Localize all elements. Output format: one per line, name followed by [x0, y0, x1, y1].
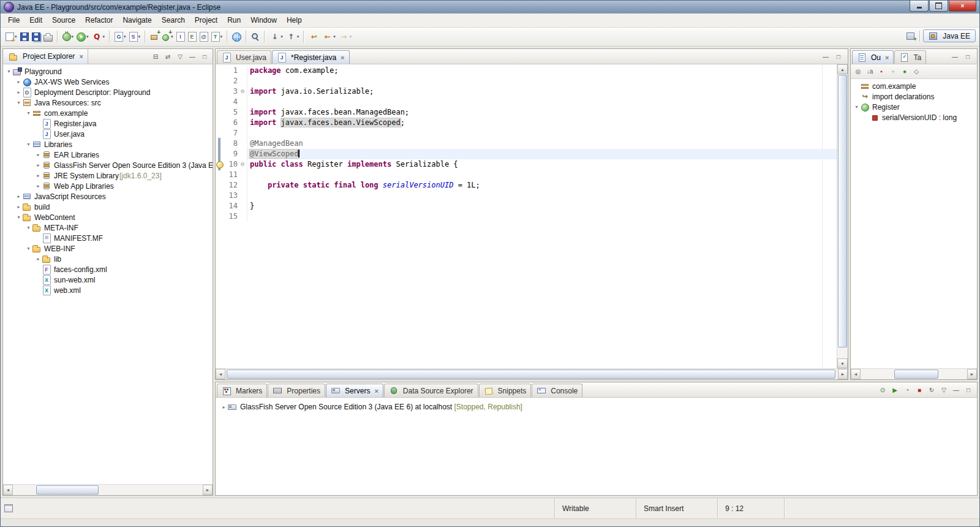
code-text[interactable]: private static final long serialVersionU…: [247, 180, 837, 191]
scrollbar-track[interactable]: [225, 370, 838, 379]
project-tree-deployment-descriptor-playground[interactable]: ▸Deployment Descriptor: Playground: [3, 87, 213, 97]
project-tree-web-xml[interactable]: web.xml: [3, 285, 213, 295]
outline-tab-ta[interactable]: Ta: [894, 50, 926, 64]
outline-tab-ou[interactable]: Ou×: [852, 50, 894, 64]
scrollbar-track[interactable]: [13, 485, 203, 495]
scroll-down-button[interactable]: ▼: [837, 358, 848, 368]
maximize-editor-button[interactable]: □: [833, 51, 844, 62]
title-bar[interactable]: Java EE - Playground/src/com/example/Reg…: [1, 1, 979, 13]
menu-source[interactable]: Source: [47, 14, 80, 26]
menu-run[interactable]: Run: [222, 14, 246, 26]
maximize-view-button[interactable]: □: [963, 385, 974, 395]
print-button[interactable]: [42, 31, 54, 43]
focus-button[interactable]: ◎: [853, 66, 864, 77]
project-tree-glassfish-server-open-source-edition-3-java-ee-6[interactable]: ▸GlassFish Server Open Source Edition 3 …: [3, 160, 213, 170]
code-text[interactable]: package com.example;: [247, 66, 837, 76]
hide-non-public-members-button[interactable]: ●: [899, 66, 910, 77]
project-tree-playground[interactable]: ▾Playground: [3, 66, 213, 77]
link-with-editor-button[interactable]: ⇄: [162, 51, 173, 62]
code-text[interactable]: }: [247, 201, 837, 211]
expand-arrow-icon[interactable]: ▸: [221, 404, 227, 410]
project-tree-jax-ws-web-services[interactable]: ▸JAX-WS Web Services: [3, 77, 213, 87]
scrollbar-thumb[interactable]: [36, 485, 99, 495]
scroll-up-button[interactable]: ▲: [837, 64, 848, 74]
expand-arrow-icon[interactable]: ▸: [35, 173, 42, 178]
close-tab-icon[interactable]: ×: [885, 54, 889, 61]
new-interface-button[interactable]: I: [175, 31, 186, 43]
bottom-tab-snippets[interactable]: Snippets: [479, 384, 532, 397]
debug-server-button[interactable]: ⊙: [877, 385, 888, 395]
fold-toggle-icon[interactable]: ⊖: [238, 86, 247, 97]
project-tree-register-java[interactable]: Register.java: [3, 118, 213, 129]
expand-arrow-icon[interactable]: ▸: [15, 79, 22, 85]
code-text[interactable]: @ManagedBean: [247, 138, 837, 149]
view-menu-button[interactable]: ▽: [175, 51, 186, 62]
run-button[interactable]: ▾: [75, 31, 90, 43]
expand-arrow-icon[interactable]: ▸: [15, 89, 22, 95]
project-tree-ear-libraries[interactable]: ▸EAR Libraries: [3, 150, 213, 160]
menu-search[interactable]: Search: [157, 14, 190, 26]
project-tree-lib[interactable]: ▸lib: [3, 254, 213, 264]
project-tree-web-app-libraries[interactable]: ▸Web App Libraries: [3, 181, 213, 191]
new-annotation-button[interactable]: @: [198, 31, 209, 43]
external-tools-button[interactable]: Q▾: [91, 31, 107, 43]
back-button[interactable]: ←▾: [321, 31, 337, 43]
collapse-all-button[interactable]: ⊟: [150, 51, 161, 62]
code-text[interactable]: [247, 97, 837, 107]
expand-arrow-icon[interactable]: ▸: [35, 256, 42, 262]
collapse-arrow-icon[interactable]: ▾: [853, 104, 860, 110]
scrollbar-track[interactable]: [838, 74, 847, 358]
collapse-arrow-icon[interactable]: ▾: [15, 214, 22, 220]
code-editor[interactable]: 1package com.example;23⊖import java.io.S…: [216, 64, 837, 368]
project-tree-jre-system-library[interactable]: ▸JRE System Library [jdk1.6.0_23]: [3, 170, 213, 181]
save-button[interactable]: [19, 31, 30, 42]
project-tree-web-inf[interactable]: ▾WEB-INF: [3, 243, 213, 254]
minimize-view-button[interactable]: —: [951, 385, 962, 395]
debug-button[interactable]: ▾: [61, 31, 75, 42]
project-explorer-tab[interactable]: Project Explorer ×: [4, 49, 88, 64]
code-text[interactable]: import java.io.Serializable;: [247, 86, 837, 97]
open-web-browser-button[interactable]: [231, 31, 243, 43]
close-view-icon[interactable]: ×: [79, 53, 83, 60]
scroll-left-button[interactable]: ◄: [216, 369, 225, 379]
project-tree-meta-inf[interactable]: ▾META-INF: [3, 222, 213, 233]
new-enum-button[interactable]: E: [187, 31, 198, 43]
next-annotation-button[interactable]: ↓▾: [268, 31, 284, 43]
fold-toggle-icon[interactable]: ⊖: [238, 159, 247, 170]
bottom-tab-markers[interactable]: Markers: [217, 384, 267, 397]
code-text[interactable]: public class Register implements Seriali…: [247, 159, 837, 170]
scroll-left-button[interactable]: ◄: [3, 485, 13, 495]
publish-server-button[interactable]: ↻: [926, 385, 937, 395]
maximize-view-button[interactable]: □: [962, 51, 973, 62]
close-tab-icon[interactable]: ×: [341, 54, 344, 61]
expand-arrow-icon[interactable]: ▸: [35, 152, 42, 157]
collapse-arrow-icon[interactable]: ▾: [25, 246, 32, 251]
collapse-arrow-icon[interactable]: ▾: [25, 142, 32, 147]
collapse-arrow-icon[interactable]: ▾: [6, 69, 12, 74]
code-text[interactable]: [247, 191, 837, 201]
project-tree-com-example[interactable]: ▾com.example: [3, 108, 213, 118]
collapse-arrow-icon[interactable]: ▾: [25, 110, 32, 116]
outline-horizontal-scrollbar[interactable]: ◄ ►: [851, 368, 977, 379]
code-text[interactable]: [247, 128, 837, 138]
minimize-editor-button[interactable]: —: [820, 51, 831, 62]
save-all-button[interactable]: [31, 31, 42, 42]
search-button[interactable]: [250, 31, 261, 42]
project-tree-sun-web-xml[interactable]: sun-web.xml: [3, 275, 213, 285]
project-tree-manifest-mf[interactable]: MANIFEST.MF: [3, 233, 213, 243]
minimize-view-button[interactable]: —: [187, 51, 198, 62]
scrollbar-thumb[interactable]: [894, 370, 938, 379]
forward-button[interactable]: →▾: [337, 31, 353, 43]
bottom-tab-data-source-explorer[interactable]: Data Source Explorer: [384, 384, 478, 397]
code-text[interactable]: [247, 76, 837, 86]
new-servlet-button[interactable]: S▾: [128, 31, 142, 43]
scroll-right-button[interactable]: ►: [838, 369, 848, 379]
project-tree-java-resources-src[interactable]: ▾Java Resources: src: [3, 97, 213, 108]
menu-window[interactable]: Window: [246, 14, 282, 26]
explorer-horizontal-scrollbar[interactable]: ◄ ►: [3, 484, 213, 495]
new-dynamic-web-project-button[interactable]: G▾: [113, 31, 127, 43]
close-window-button[interactable]: ×: [949, 1, 976, 12]
sort-button[interactable]: ↓a: [864, 66, 875, 77]
collapse-arrow-icon[interactable]: ▾: [25, 225, 32, 230]
editor-horizontal-scrollbar[interactable]: ◄ ►: [216, 368, 848, 379]
